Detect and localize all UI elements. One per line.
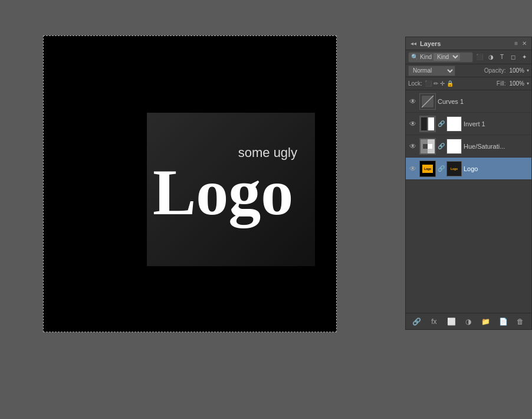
canvas-logo-text: Logo (153, 160, 293, 225)
layers-panel: ◂◂ Layers ≡ ✕ 🔍 Kind Kind ⬛ ◑ T ◻ ✦ Norm… (405, 37, 532, 330)
logo-mini-thumb: Logo (422, 165, 433, 173)
invert-thumbnail-icon (421, 117, 435, 131)
layer-visibility-logo[interactable]: 👁 (408, 164, 418, 174)
lock-move-icon[interactable]: ✛ (440, 80, 445, 87)
layer-new-icon[interactable]: 📄 (498, 316, 508, 327)
fill-label: Fill: (497, 80, 506, 87)
layer-mask-icon[interactable]: ⬜ (446, 316, 457, 327)
layer-thumb-logo: Logo (419, 161, 436, 177)
layers-title-left: ◂◂ Layers (409, 40, 441, 47)
lock-paint-icon[interactable]: ✏ (434, 80, 438, 87)
layer-adjustment-icon[interactable]: ◑ (463, 316, 474, 327)
adjust-filter-icon[interactable]: ◑ (486, 53, 495, 62)
layer-item-curves[interactable]: 👁 Curves 1 (406, 90, 531, 113)
canvas-wrapper: some ugly Logo (40, 32, 341, 336)
opacity-label: Opacity: (484, 67, 506, 74)
layer-name-logo: Logo (464, 165, 529, 172)
layer-link-logo: 🔗 (438, 165, 445, 172)
layer-link-bottom-icon[interactable]: 🔗 (412, 316, 422, 327)
layer-filter-icons: ⬛ ◑ T ◻ ✦ (475, 53, 529, 62)
panel-collapse-button[interactable]: ◂◂ (409, 40, 418, 47)
opacity-arrow-icon[interactable]: ▾ (527, 68, 529, 73)
panel-controls: ≡ ✕ (513, 40, 528, 47)
layers-list: 👁 Curves 1 👁 🔗 (406, 90, 531, 313)
svg-rect-4 (428, 117, 434, 130)
layer-thumb-invert (419, 116, 436, 132)
svg-rect-8 (423, 144, 428, 149)
lock-all-icon[interactable]: 🔒 (446, 80, 454, 87)
layer-item-logo[interactable]: 👁 Logo 🔗 Logo Logo (406, 158, 531, 180)
fill-arrow-icon[interactable]: ▾ (527, 81, 529, 86)
canvas-image[interactable]: some ugly Logo (43, 35, 337, 332)
canvas-area: some ugly Logo (40, 32, 341, 336)
logo-mask-thumb: Logo (448, 162, 461, 175)
layer-visibility-invert[interactable]: 👁 (408, 119, 418, 129)
layer-mask-invert (446, 116, 462, 132)
kind-dropdown[interactable]: Kind (434, 53, 460, 61)
layers-kind-toolbar: 🔍 Kind Kind ⬛ ◑ T ◻ ✦ (406, 50, 531, 64)
layer-fx-icon[interactable]: fx (429, 316, 439, 327)
lock-row: Lock: ⬛ ✏ ✛ 🔒 Fill: 100% ▾ (406, 77, 531, 90)
layers-title-bar: ◂◂ Layers ≡ ✕ (406, 37, 531, 50)
layer-delete-icon[interactable]: 🗑 (515, 316, 526, 327)
panel-menu-button[interactable]: ≡ (513, 40, 519, 47)
layer-mask-logo: Logo (446, 161, 462, 176)
layer-visibility-hue[interactable]: 👁 (408, 142, 418, 151)
opacity-value: 100% (509, 67, 524, 74)
lock-label: Lock: (408, 80, 422, 87)
layer-mask-hue (446, 139, 462, 154)
search-icon: 🔍 (411, 54, 418, 60)
smart-filter-icon[interactable]: ✦ (520, 53, 529, 62)
blend-mode-dropdown[interactable]: Normal (408, 66, 455, 76)
svg-rect-9 (428, 144, 432, 149)
layer-link-hue: 🔗 (438, 143, 445, 149)
curves-thumbnail-icon (421, 94, 435, 109)
layer-item-hue[interactable]: 👁 🔗 Hue/Saturati... (406, 135, 531, 158)
lock-icons: ⬛ ✏ ✛ 🔒 (425, 80, 454, 87)
hue-thumbnail-icon (421, 139, 435, 153)
shape-filter-icon[interactable]: ◻ (508, 53, 518, 62)
canvas-text-group: some ugly Logo (147, 113, 315, 266)
layer-thumb-curves (419, 93, 436, 110)
layer-name-hue: Hue/Saturati... (464, 143, 529, 150)
layer-item-invert[interactable]: 👁 🔗 Invert 1 (406, 113, 531, 135)
svg-rect-3 (421, 117, 427, 130)
lock-pixels-icon[interactable]: ⬛ (425, 80, 432, 87)
pixel-filter-icon[interactable]: ⬛ (475, 53, 484, 62)
layer-thumb-hue (419, 138, 436, 155)
layer-link-invert: 🔗 (438, 120, 445, 127)
blend-mode-row: Normal Opacity: 100% ▾ (406, 64, 531, 77)
kind-search[interactable]: 🔍 Kind Kind (408, 52, 473, 63)
kind-label: Kind (420, 54, 432, 60)
layer-name-curves: Curves 1 (438, 98, 529, 105)
panel-close-button[interactable]: ✕ (521, 40, 528, 47)
type-filter-icon[interactable]: T (497, 53, 507, 62)
fill-value: 100% (509, 80, 524, 87)
layer-name-invert: Invert 1 (464, 120, 529, 127)
layers-bottom-toolbar: 🔗 fx ⬜ ◑ 📁 📄 🗑 (406, 313, 531, 329)
layers-panel-title: Layers (420, 40, 441, 47)
layer-group-icon[interactable]: 📁 (481, 316, 491, 327)
layer-visibility-curves[interactable]: 👁 (408, 97, 418, 106)
